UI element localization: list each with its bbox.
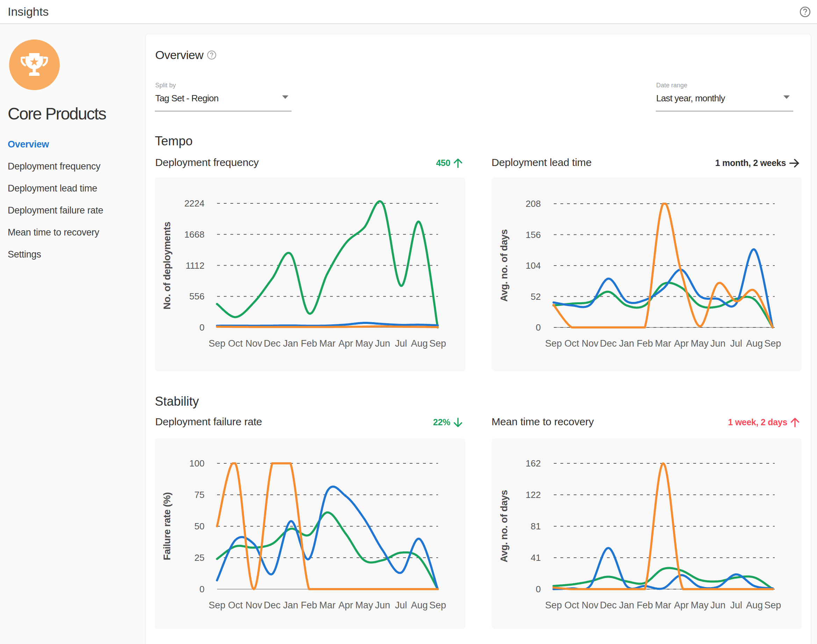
svg-text:May: May — [355, 600, 373, 610]
svg-text:556: 556 — [189, 291, 204, 302]
svg-text:Aug: Aug — [746, 600, 763, 610]
svg-text:May: May — [691, 600, 709, 610]
svg-text:Feb: Feb — [301, 600, 318, 610]
svg-text:No. of deployments: No. of deployments — [161, 222, 172, 310]
svg-text:Mar: Mar — [319, 338, 336, 349]
svg-text:156: 156 — [526, 230, 541, 240]
svg-text:1112: 1112 — [186, 260, 204, 271]
svg-text:122: 122 — [526, 489, 541, 500]
svg-text:Feb: Feb — [637, 600, 653, 610]
svg-text:Avg. no. of days: Avg. no. of days — [499, 229, 509, 302]
svg-text:Mar: Mar — [319, 600, 336, 610]
svg-text:Apr: Apr — [674, 338, 689, 349]
svg-text:Sep: Sep — [545, 600, 562, 610]
svg-text:Jun: Jun — [710, 600, 726, 610]
svg-text:Aug: Aug — [411, 600, 428, 610]
svg-text:208: 208 — [526, 198, 541, 209]
svg-text:Oct: Oct — [565, 338, 580, 349]
svg-text:0: 0 — [536, 584, 541, 594]
svg-text:Jun: Jun — [375, 600, 390, 610]
svg-text:Jul: Jul — [395, 338, 407, 349]
svg-text:Jul: Jul — [730, 600, 743, 610]
svg-text:May: May — [691, 338, 709, 349]
svg-text:Jun: Jun — [710, 338, 726, 349]
svg-text:Jan: Jan — [619, 600, 634, 610]
svg-text:Oct: Oct — [228, 600, 243, 610]
svg-text:Sep: Sep — [209, 600, 226, 610]
svg-text:Jun: Jun — [375, 338, 390, 349]
svg-text:Nov: Nov — [582, 600, 599, 610]
svg-text:Sep: Sep — [545, 338, 562, 349]
svg-text:Jan: Jan — [283, 600, 298, 610]
svg-text:Mar: Mar — [655, 600, 671, 610]
svg-text:104: 104 — [526, 260, 541, 271]
svg-text:Aug: Aug — [746, 338, 763, 349]
svg-text:Sep: Sep — [764, 338, 781, 349]
svg-text:100: 100 — [189, 458, 204, 469]
svg-text:Dec: Dec — [264, 338, 281, 349]
svg-text:0: 0 — [200, 584, 204, 594]
svg-text:Jul: Jul — [730, 338, 743, 349]
svg-text:Sep: Sep — [209, 338, 226, 349]
svg-text:Dec: Dec — [264, 600, 281, 610]
svg-text:Feb: Feb — [301, 338, 318, 349]
svg-text:Dec: Dec — [600, 338, 617, 349]
svg-text:81: 81 — [531, 521, 541, 532]
svg-text:52: 52 — [531, 291, 541, 302]
svg-text:Jul: Jul — [395, 600, 407, 610]
svg-text:Apr: Apr — [338, 600, 353, 610]
svg-text:Oct: Oct — [228, 338, 243, 349]
svg-text:1668: 1668 — [184, 229, 204, 240]
svg-text:Sep: Sep — [429, 600, 446, 610]
svg-text:Nov: Nov — [246, 600, 263, 610]
svg-text:Mar: Mar — [655, 338, 671, 349]
svg-text:Dec: Dec — [600, 600, 617, 610]
svg-text:Failure rate (%): Failure rate (%) — [161, 492, 172, 560]
svg-text:May: May — [355, 338, 373, 349]
svg-text:Apr: Apr — [338, 338, 353, 349]
svg-text:Oct: Oct — [565, 600, 580, 610]
svg-text:Apr: Apr — [674, 600, 689, 610]
svg-text:2224: 2224 — [184, 198, 204, 209]
svg-text:0: 0 — [200, 322, 204, 333]
svg-text:25: 25 — [194, 552, 204, 563]
svg-text:41: 41 — [531, 552, 541, 563]
svg-text:Sep: Sep — [429, 338, 446, 349]
svg-text:Nov: Nov — [582, 338, 599, 349]
svg-text:50: 50 — [194, 521, 204, 532]
svg-text:Aug: Aug — [411, 338, 428, 349]
svg-text:Jan: Jan — [283, 338, 298, 349]
svg-text:0: 0 — [536, 322, 541, 333]
svg-text:Avg. no. of days: Avg. no. of days — [499, 490, 509, 562]
svg-text:Nov: Nov — [246, 338, 263, 349]
svg-text:162: 162 — [526, 458, 541, 469]
svg-text:75: 75 — [194, 489, 204, 500]
svg-text:Feb: Feb — [637, 338, 653, 349]
svg-text:Sep: Sep — [764, 600, 781, 610]
svg-text:Jan: Jan — [619, 338, 634, 349]
